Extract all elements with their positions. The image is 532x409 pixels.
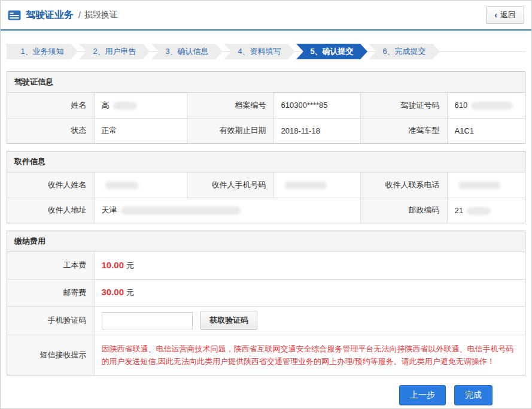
pickup-info-title: 取件信息 [7, 152, 525, 172]
header: 驾驶证业务 / 损毁换证 ‹ 返回 [1, 1, 531, 31]
name-label: 姓名 [7, 93, 94, 118]
fees-title: 缴纳费用 [7, 231, 525, 252]
table-row: 短信接收提示 因陕西省联通、电信运营商技术问题，陕西省互联网交通安全综合服务管理… [7, 335, 525, 375]
license-no-value: 610 [447, 93, 525, 118]
status-value: 正常 [94, 118, 187, 143]
recipient-name-label: 收件人姓名 [7, 172, 94, 198]
back-button[interactable]: ‹ 返回 [486, 6, 524, 24]
sms-notice-label: 短信接收提示 [7, 335, 94, 375]
recipient-mobile-label: 收件人手机号码 [187, 172, 273, 198]
table-row: 收件人地址 天津 邮政编码 21 [7, 198, 525, 223]
recipient-mobile-value [273, 172, 360, 198]
step-wizard: 1、业务须知 2、用户申告 3、确认信息 4、资料填写 5、确认提交 6、完成提… [7, 44, 525, 59]
table-row: 手机验证码 获取验证码 [7, 306, 525, 335]
expiry-value: 2018-11-18 [273, 118, 360, 143]
production-fee-unit: 元 [126, 261, 134, 270]
status-label: 状态 [7, 118, 94, 143]
table-row: 邮寄费 30.00元 [7, 279, 525, 306]
file-no-label: 档案编号 [187, 93, 273, 118]
back-chevron-icon: ‹ [494, 11, 497, 19]
fees-table: 工本费 10.00元 邮寄费 30.00元 手机验证码 获取验证码 短信接收提 [7, 252, 525, 375]
name-text: 高 [102, 101, 110, 110]
recipient-phone-value [447, 172, 525, 198]
license-info-title: 驾驶证信息 [7, 72, 525, 93]
get-code-button[interactable]: 获取验证码 [200, 311, 257, 330]
redacted-blur [471, 102, 513, 110]
address-value: 天津 [94, 198, 360, 223]
back-button-label: 返回 [500, 10, 516, 20]
redacted-blur [285, 181, 327, 189]
table-row: 工本费 10.00元 [7, 252, 525, 279]
step-5-confirm-submit[interactable]: 5、确认提交 [296, 44, 367, 59]
sms-code-input[interactable] [102, 312, 193, 329]
mail-fee-unit: 元 [126, 288, 134, 297]
vehicle-class-label: 准驾车型 [360, 118, 447, 143]
redacted-blur [105, 181, 138, 189]
table-row: 姓名 高 档案编号 610300****85 驾驶证号码 610 [7, 93, 525, 118]
name-value: 高 [94, 93, 187, 118]
finish-button[interactable]: 完成 [454, 385, 493, 405]
mail-fee-value: 30.00元 [94, 279, 525, 306]
sms-notice-text: 因陕西省联通、电信运营商技术问题，陕西省互联网交通安全综合服务管理平台无法向持陕… [102, 343, 518, 368]
postal-text: 21 [455, 206, 463, 215]
production-fee-amount: 10.00 [102, 260, 124, 270]
vehicle-class-value: A1C1 [447, 118, 525, 143]
pickup-info-section: 取件信息 收件人姓名 收件人手机号码 收件人联系电话 [7, 151, 525, 223]
table-row: 收件人姓名 收件人手机号码 收件人联系电话 [7, 172, 525, 198]
license-info-table: 姓名 高 档案编号 610300****85 驾驶证号码 610 状态 正常 有… [7, 93, 525, 143]
breadcrumb-current: 损毁换证 [84, 10, 118, 20]
sms-code-label: 手机验证码 [7, 306, 94, 335]
redacted-blur [113, 102, 137, 110]
step-1-notice[interactable]: 1、业务须知 [7, 44, 78, 59]
sms-notice-cell: 因陕西省联通、电信运营商技术问题，陕西省互联网交通安全综合服务管理平台无法向持陕… [94, 335, 525, 375]
breadcrumb-separator: / [78, 10, 81, 20]
step-4-fill-data[interactable]: 4、资料填写 [224, 44, 295, 59]
address-label: 收件人地址 [7, 198, 94, 223]
expiry-label: 有效期止日期 [187, 118, 273, 143]
fees-section: 缴纳费用 工本费 10.00元 邮寄费 30.00元 手机验证码 [7, 231, 525, 375]
postal-label: 邮政编码 [360, 198, 447, 223]
table-row: 状态 正常 有效期止日期 2018-11-18 准驾车型 A1C1 [7, 118, 525, 143]
form-actions: 上一步 完成 [1, 385, 493, 405]
file-no-value: 610300****85 [273, 93, 360, 118]
license-card-icon [8, 10, 21, 20]
page-title: 驾驶证业务 [26, 9, 74, 22]
license-info-section: 驾驶证信息 姓名 高 档案编号 610300****85 驾驶证号码 610 状… [7, 71, 525, 144]
step-3-confirm-info[interactable]: 3、确认信息 [151, 44, 223, 59]
recipient-phone-label: 收件人联系电话 [360, 172, 447, 198]
pickup-info-table: 收件人姓名 收件人手机号码 收件人联系电话 收件人地址 天津 邮政编码 [7, 172, 525, 223]
mail-fee-amount: 30.00 [102, 287, 124, 297]
page: 驾驶证业务 / 损毁换证 ‹ 返回 1、业务须知 2、用户申告 3、确认信息 4… [0, 0, 532, 409]
step-6-complete[interactable]: 6、完成提交 [369, 44, 440, 59]
sms-code-cell: 获取验证码 [94, 306, 525, 335]
production-fee-value: 10.00元 [94, 252, 525, 279]
license-no-text: 610 [455, 101, 468, 110]
license-no-label: 驾驶证号码 [360, 93, 447, 118]
postal-value: 21 [447, 198, 525, 223]
prev-step-button[interactable]: 上一步 [399, 385, 446, 405]
address-text: 天津 [102, 205, 117, 214]
mail-fee-label: 邮寄费 [7, 279, 94, 306]
redacted-blur [458, 181, 500, 189]
redacted-blur [121, 207, 241, 214]
production-fee-label: 工本费 [7, 252, 94, 279]
recipient-name-value [94, 172, 187, 198]
step-2-declaration[interactable]: 2、用户申告 [79, 44, 150, 59]
redacted-blur [467, 207, 491, 215]
